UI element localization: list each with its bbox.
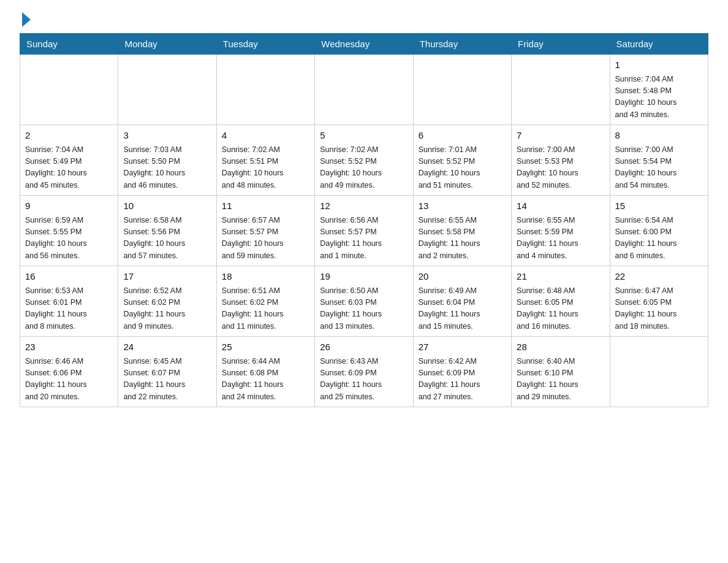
day-number: 20 <box>419 270 506 284</box>
day-info: Sunrise: 6:51 AM Sunset: 6:02 PM Dayligh… <box>222 285 309 333</box>
day-number: 24 <box>123 340 211 354</box>
calendar-week-row: 2Sunrise: 7:04 AM Sunset: 5:49 PM Daylig… <box>20 125 708 196</box>
calendar-day-cell: 25Sunrise: 6:44 AM Sunset: 6:08 PM Dayli… <box>216 337 314 407</box>
day-info: Sunrise: 6:55 AM Sunset: 5:58 PM Dayligh… <box>419 215 506 262</box>
calendar-day-cell: 6Sunrise: 7:01 AM Sunset: 5:52 PM Daylig… <box>413 125 511 196</box>
day-of-week-header: Wednesday <box>315 34 413 55</box>
calendar-week-row: 23Sunrise: 6:46 AM Sunset: 6:06 PM Dayli… <box>20 337 708 407</box>
day-of-week-header: Monday <box>118 34 216 55</box>
day-info: Sunrise: 6:43 AM Sunset: 6:09 PM Dayligh… <box>320 356 408 404</box>
day-info: Sunrise: 6:59 AM Sunset: 5:55 PM Dayligh… <box>25 215 113 262</box>
day-number: 12 <box>320 199 408 213</box>
calendar-day-cell: 26Sunrise: 6:43 AM Sunset: 6:09 PM Dayli… <box>315 337 413 407</box>
day-info: Sunrise: 7:02 AM Sunset: 5:51 PM Dayligh… <box>222 144 309 192</box>
calendar-day-cell: 13Sunrise: 6:55 AM Sunset: 5:58 PM Dayli… <box>413 196 511 266</box>
day-of-week-header: Saturday <box>610 34 708 55</box>
calendar-day-cell: 21Sunrise: 6:48 AM Sunset: 6:05 PM Dayli… <box>512 266 610 337</box>
day-number: 18 <box>222 270 309 284</box>
day-number: 9 <box>25 199 113 213</box>
calendar-day-cell: 8Sunrise: 7:00 AM Sunset: 5:54 PM Daylig… <box>610 125 708 196</box>
day-of-week-header: Tuesday <box>216 34 314 55</box>
calendar-day-cell: 3Sunrise: 7:03 AM Sunset: 5:50 PM Daylig… <box>118 125 216 196</box>
logo <box>20 15 31 26</box>
day-number: 3 <box>123 129 211 143</box>
day-info: Sunrise: 7:02 AM Sunset: 5:52 PM Dayligh… <box>320 144 408 192</box>
calendar-week-row: 9Sunrise: 6:59 AM Sunset: 5:55 PM Daylig… <box>20 196 708 266</box>
day-number: 22 <box>615 270 703 284</box>
day-info: Sunrise: 6:50 AM Sunset: 6:03 PM Dayligh… <box>320 285 408 333</box>
calendar-day-cell <box>216 55 314 125</box>
calendar-day-cell: 7Sunrise: 7:00 AM Sunset: 5:53 PM Daylig… <box>512 125 610 196</box>
day-info: Sunrise: 7:01 AM Sunset: 5:52 PM Dayligh… <box>419 144 506 192</box>
day-info: Sunrise: 7:03 AM Sunset: 5:50 PM Dayligh… <box>123 144 211 192</box>
day-number: 11 <box>222 199 309 213</box>
logo-arrow-icon <box>22 12 31 27</box>
calendar-day-cell: 19Sunrise: 6:50 AM Sunset: 6:03 PM Dayli… <box>315 266 413 337</box>
calendar-day-cell: 18Sunrise: 6:51 AM Sunset: 6:02 PM Dayli… <box>216 266 314 337</box>
day-info: Sunrise: 6:47 AM Sunset: 6:05 PM Dayligh… <box>615 285 703 333</box>
day-number: 6 <box>419 129 506 143</box>
calendar-week-row: 1Sunrise: 7:04 AM Sunset: 5:48 PM Daylig… <box>20 55 708 125</box>
day-number: 16 <box>25 270 113 284</box>
day-number: 8 <box>615 129 703 143</box>
calendar-day-cell: 2Sunrise: 7:04 AM Sunset: 5:49 PM Daylig… <box>20 125 118 196</box>
day-info: Sunrise: 7:04 AM Sunset: 5:48 PM Dayligh… <box>615 74 703 121</box>
page-header <box>20 15 708 26</box>
day-number: 25 <box>222 340 309 354</box>
calendar-day-cell: 9Sunrise: 6:59 AM Sunset: 5:55 PM Daylig… <box>20 196 118 266</box>
calendar-week-row: 16Sunrise: 6:53 AM Sunset: 6:01 PM Dayli… <box>20 266 708 337</box>
day-info: Sunrise: 7:00 AM Sunset: 5:54 PM Dayligh… <box>615 144 703 192</box>
day-of-week-header: Friday <box>512 34 610 55</box>
day-number: 5 <box>320 129 408 143</box>
day-info: Sunrise: 6:56 AM Sunset: 5:57 PM Dayligh… <box>320 215 408 262</box>
day-info: Sunrise: 6:49 AM Sunset: 6:04 PM Dayligh… <box>419 285 506 333</box>
day-info: Sunrise: 6:42 AM Sunset: 6:09 PM Dayligh… <box>419 356 506 404</box>
calendar-table: SundayMondayTuesdayWednesdayThursdayFrid… <box>20 33 708 407</box>
calendar-day-cell: 15Sunrise: 6:54 AM Sunset: 6:00 PM Dayli… <box>610 196 708 266</box>
day-number: 4 <box>222 129 309 143</box>
calendar-day-cell: 28Sunrise: 6:40 AM Sunset: 6:10 PM Dayli… <box>512 337 610 407</box>
day-number: 28 <box>517 340 604 354</box>
day-info: Sunrise: 6:53 AM Sunset: 6:01 PM Dayligh… <box>25 285 113 333</box>
calendar-day-cell: 16Sunrise: 6:53 AM Sunset: 6:01 PM Dayli… <box>20 266 118 337</box>
calendar-day-cell: 5Sunrise: 7:02 AM Sunset: 5:52 PM Daylig… <box>315 125 413 196</box>
day-number: 1 <box>615 58 703 72</box>
day-number: 14 <box>517 199 604 213</box>
calendar-day-cell: 20Sunrise: 6:49 AM Sunset: 6:04 PM Dayli… <box>413 266 511 337</box>
day-number: 2 <box>25 129 113 143</box>
day-info: Sunrise: 6:48 AM Sunset: 6:05 PM Dayligh… <box>517 285 604 333</box>
day-info: Sunrise: 6:40 AM Sunset: 6:10 PM Dayligh… <box>517 356 604 404</box>
day-info: Sunrise: 7:04 AM Sunset: 5:49 PM Dayligh… <box>25 144 113 192</box>
calendar-day-cell: 24Sunrise: 6:45 AM Sunset: 6:07 PM Dayli… <box>118 337 216 407</box>
calendar-day-cell: 22Sunrise: 6:47 AM Sunset: 6:05 PM Dayli… <box>610 266 708 337</box>
day-number: 27 <box>419 340 506 354</box>
day-number: 15 <box>615 199 703 213</box>
day-info: Sunrise: 6:44 AM Sunset: 6:08 PM Dayligh… <box>222 356 309 404</box>
calendar-day-cell <box>315 55 413 125</box>
day-info: Sunrise: 6:58 AM Sunset: 5:56 PM Dayligh… <box>123 215 211 262</box>
day-number: 23 <box>25 340 113 354</box>
day-info: Sunrise: 6:57 AM Sunset: 5:57 PM Dayligh… <box>222 215 309 262</box>
day-number: 7 <box>517 129 604 143</box>
day-of-week-header: Thursday <box>413 34 511 55</box>
calendar-day-cell <box>20 55 118 125</box>
day-info: Sunrise: 6:54 AM Sunset: 6:00 PM Dayligh… <box>615 215 703 262</box>
calendar-header-row: SundayMondayTuesdayWednesdayThursdayFrid… <box>20 34 708 55</box>
day-number: 21 <box>517 270 604 284</box>
calendar-day-cell: 27Sunrise: 6:42 AM Sunset: 6:09 PM Dayli… <box>413 337 511 407</box>
day-info: Sunrise: 6:46 AM Sunset: 6:06 PM Dayligh… <box>25 356 113 404</box>
calendar-day-cell <box>118 55 216 125</box>
day-of-week-header: Sunday <box>20 34 118 55</box>
calendar-day-cell: 17Sunrise: 6:52 AM Sunset: 6:02 PM Dayli… <box>118 266 216 337</box>
day-info: Sunrise: 7:00 AM Sunset: 5:53 PM Dayligh… <box>517 144 604 192</box>
day-info: Sunrise: 6:52 AM Sunset: 6:02 PM Dayligh… <box>123 285 211 333</box>
calendar-day-cell: 23Sunrise: 6:46 AM Sunset: 6:06 PM Dayli… <box>20 337 118 407</box>
calendar-day-cell <box>413 55 511 125</box>
day-info: Sunrise: 6:45 AM Sunset: 6:07 PM Dayligh… <box>123 356 211 404</box>
day-info: Sunrise: 6:55 AM Sunset: 5:59 PM Dayligh… <box>517 215 604 262</box>
calendar-day-cell: 11Sunrise: 6:57 AM Sunset: 5:57 PM Dayli… <box>216 196 314 266</box>
calendar-day-cell: 1Sunrise: 7:04 AM Sunset: 5:48 PM Daylig… <box>610 55 708 125</box>
calendar-day-cell: 12Sunrise: 6:56 AM Sunset: 5:57 PM Dayli… <box>315 196 413 266</box>
day-number: 19 <box>320 270 408 284</box>
calendar-day-cell: 14Sunrise: 6:55 AM Sunset: 5:59 PM Dayli… <box>512 196 610 266</box>
